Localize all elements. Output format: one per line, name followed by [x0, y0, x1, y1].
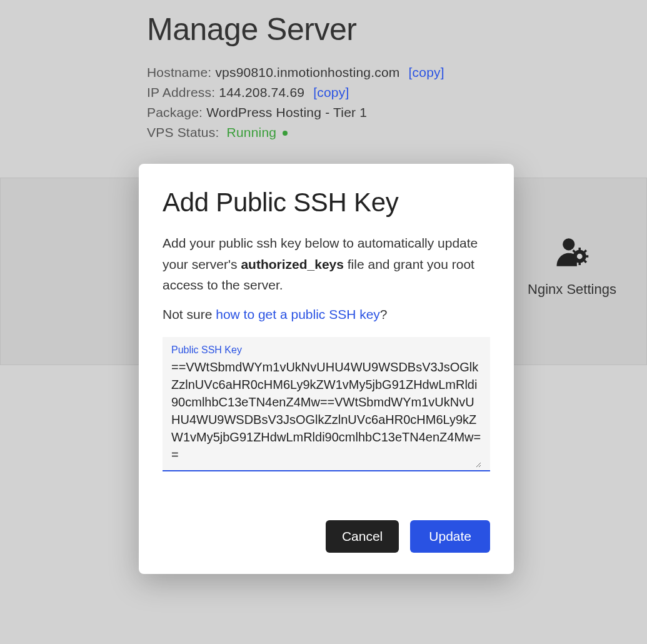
svg-rect-3 [579, 248, 581, 251]
hostname-copy-link[interactable]: [copy] [409, 65, 444, 79]
hostname-row: Hostname: vps90810.inmotionhosting.com [… [147, 65, 634, 80]
ssh-key-field-label: Public SSH Key [171, 345, 481, 356]
svg-point-0 [563, 238, 574, 250]
package-row: Package: WordPress Hosting - Tier 1 [147, 105, 634, 120]
modal-help-line: Not sure how to get a public SSH key? [163, 307, 490, 322]
ip-row: IP Address: 144.208.74.69 [copy] [147, 85, 634, 100]
status-label: VPS Status: [147, 125, 219, 139]
nginx-settings-label: Nginx Settings [509, 281, 634, 298]
page-title: Manage Server [147, 11, 634, 48]
ssh-key-field-wrap: Public SSH Key [163, 337, 490, 471]
status-row: VPS Status: Running [147, 125, 634, 140]
hostname-value: vps90810.inmotionhosting.com [215, 65, 399, 79]
ssh-key-textarea[interactable] [171, 358, 481, 468]
ip-value: 144.208.74.69 [219, 85, 304, 99]
modal-sub-part2: ? [380, 307, 388, 321]
user-gear-icon [509, 236, 634, 270]
modal-sub-part1: Not sure [163, 307, 216, 321]
add-ssh-key-modal: Add Public SSH Key Add your public ssh k… [139, 164, 514, 574]
modal-footer: Cancel Update [163, 520, 490, 553]
svg-rect-4 [579, 262, 581, 265]
svg-rect-6 [585, 255, 588, 258]
ip-copy-link[interactable]: [copy] [313, 85, 349, 99]
package-value: WordPress Hosting - Tier 1 [206, 105, 367, 119]
modal-desc-strong: authorized_keys [241, 257, 344, 271]
how-to-get-ssh-key-link[interactable]: how to get a public SSH key [216, 307, 380, 321]
cancel-button[interactable]: Cancel [326, 520, 399, 553]
hostname-label: Hostname: [147, 65, 211, 79]
status-dot-icon [283, 131, 288, 136]
nginx-settings-card[interactable]: Nginx Settings [509, 236, 634, 298]
modal-description: Add your public ssh key below to automat… [163, 233, 490, 296]
svg-rect-5 [571, 255, 574, 258]
package-label: Package: [147, 105, 203, 119]
status-value: Running [227, 125, 277, 139]
update-button[interactable]: Update [410, 520, 490, 553]
svg-point-2 [577, 254, 583, 259]
modal-title: Add Public SSH Key [163, 188, 490, 218]
ip-label: IP Address: [147, 85, 215, 99]
